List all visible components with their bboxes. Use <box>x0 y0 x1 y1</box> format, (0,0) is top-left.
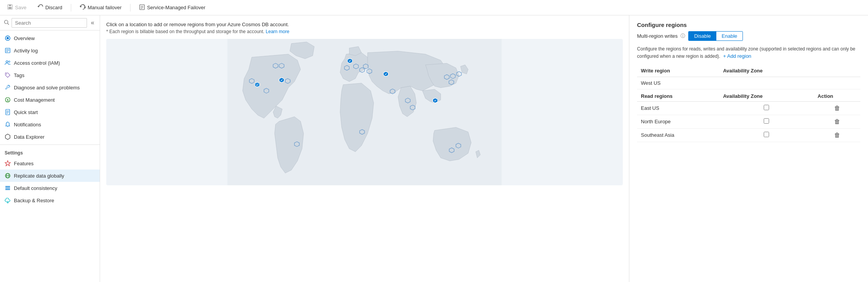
toolbar-separator-1 <box>71 4 71 12</box>
discard-icon <box>37 4 43 11</box>
lines-icon <box>5 185 11 191</box>
sidebar-item-quick-start[interactable]: Quick start <box>0 106 100 118</box>
doc-icon <box>5 109 11 115</box>
svg-line-8 <box>7 23 9 25</box>
toolbar-separator-2 <box>130 4 130 12</box>
sidebar-item-tags[interactable]: Tags <box>0 69 100 81</box>
read-region-north-europe-name: North Europe <box>637 115 719 128</box>
sidebar-item-label: Features <box>14 161 33 166</box>
read-az-col-header: Availability Zone <box>719 89 814 101</box>
north-europe-delete-button[interactable]: 🗑 <box>834 118 840 125</box>
write-region-col-header: Write region <box>637 65 719 77</box>
east-us-az-checkbox[interactable] <box>764 105 769 110</box>
search-input[interactable] <box>12 18 87 28</box>
read-region-southeast-asia-az[interactable] <box>719 128 814 142</box>
disable-toggle-button[interactable]: Disable <box>689 32 716 40</box>
svg-rect-1 <box>9 5 11 6</box>
sidebar-item-overview[interactable]: Overview <box>0 32 100 44</box>
sidebar-item-label: Replicate data globally <box>14 173 64 179</box>
sidebar-item-diagnose[interactable]: Diagnose and solve problems <box>0 81 100 94</box>
settings-section-label: Settings <box>0 146 100 157</box>
config-description: Configure the regions for reads, writes … <box>637 45 860 60</box>
north-europe-az-checkbox[interactable] <box>764 118 769 124</box>
add-region-link[interactable]: + Add region <box>723 53 751 59</box>
info-icon[interactable]: ⓘ <box>681 33 685 39</box>
action-col-header: Action <box>814 89 860 101</box>
sidebar-item-notifications[interactable]: Notifications <box>0 118 100 131</box>
world-map-svg <box>106 39 623 185</box>
collapse-sidebar-button[interactable]: « <box>89 18 96 28</box>
svg-point-15 <box>6 61 8 63</box>
search-box: « <box>0 15 100 30</box>
service-managed-failover-icon <box>139 4 145 11</box>
enable-toggle-button[interactable]: Enable <box>716 32 743 40</box>
southeast-asia-delete-button[interactable]: 🗑 <box>834 132 840 139</box>
sidebar-item-label: Activity log <box>14 48 38 54</box>
nav-divider <box>0 144 100 145</box>
multi-region-row: Multi-region writes ⓘ Disable Enable <box>637 31 860 41</box>
save-icon <box>7 4 13 11</box>
sidebar-item-label: Default consistency <box>14 185 57 191</box>
north-europe-action-cell: 🗑 <box>814 115 860 128</box>
save-label: Save <box>15 5 27 10</box>
region-central-us <box>383 72 388 77</box>
manual-failover-icon <box>80 4 86 11</box>
svg-point-10 <box>7 37 9 39</box>
region-east-us <box>279 78 284 83</box>
sidebar-item-access-control[interactable]: Access control (IAM) <box>0 57 100 69</box>
bell-icon <box>5 121 11 128</box>
southeast-asia-action-cell: 🗑 <box>814 128 860 142</box>
read-regions-col-header: Read regions <box>637 89 719 101</box>
sidebar-item-label: Access control (IAM) <box>14 60 60 66</box>
svg-marker-25 <box>5 134 10 139</box>
east-us-delete-button[interactable]: 🗑 <box>834 105 840 112</box>
regions-table: Write region Availability Zone West US R… <box>637 65 860 142</box>
main-layout: « Overview Activity log <box>0 15 868 282</box>
content-area: Click on a location to add or remove reg… <box>100 15 868 282</box>
southeast-asia-az-checkbox[interactable] <box>764 132 769 137</box>
east-us-action-cell: 🗑 <box>814 101 860 115</box>
read-region-north-europe-az[interactable] <box>719 115 814 128</box>
list-icon <box>5 47 11 54</box>
globe-icon <box>5 173 11 179</box>
map-description: Click on a location to add or remove reg… <box>106 22 623 27</box>
sidebar-item-replicate-data[interactable]: Replicate data globally <box>0 170 100 182</box>
discard-label: Discard <box>45 5 62 10</box>
learn-more-link[interactable]: Learn more <box>266 29 289 34</box>
sidebar-item-cost-management[interactable]: $ Cost Management <box>0 94 100 106</box>
write-region-name: West US <box>637 77 719 89</box>
service-managed-failover-button[interactable]: Service-Managed Failover <box>137 3 208 12</box>
service-managed-failover-label: Service-Managed Failover <box>147 5 206 10</box>
sidebar-item-label: Cost Management <box>14 97 55 103</box>
manual-failover-button[interactable]: Manual failover <box>77 3 124 12</box>
search-icon <box>4 20 9 26</box>
read-region-row-north-europe: North Europe 🗑 <box>637 115 860 128</box>
sidebar-item-label: Notifications <box>14 122 41 128</box>
map-panel: Click on a location to add or remove reg… <box>100 15 629 282</box>
sidebar-item-features[interactable]: Features <box>0 157 100 170</box>
write-region-header-row: Write region Availability Zone <box>637 65 860 77</box>
sidebar-item-activity-log[interactable]: Activity log <box>0 44 100 57</box>
region-southeast-asia <box>433 98 438 103</box>
sidebar: « Overview Activity log <box>0 15 100 282</box>
discard-button[interactable]: Discard <box>35 3 65 12</box>
world-map-container[interactable] <box>106 39 623 185</box>
sidebar-item-default-consistency[interactable]: Default consistency <box>0 182 100 194</box>
write-region-row: West US <box>637 77 860 89</box>
cost-icon: $ <box>5 97 11 103</box>
save-button[interactable]: Save <box>5 3 29 12</box>
sidebar-item-backup-restore[interactable]: Backup & Restore <box>0 194 100 206</box>
svg-marker-26 <box>5 161 10 166</box>
toggle-group: Disable Enable <box>688 31 743 41</box>
read-region-east-us-az[interactable] <box>719 101 814 115</box>
star-icon <box>5 160 11 166</box>
wrench-icon <box>5 84 11 91</box>
multi-region-label: Multi-region writes <box>637 33 677 39</box>
sidebar-item-data-explorer[interactable]: Data Explorer <box>0 131 100 143</box>
sidebar-item-label: Tags <box>14 72 24 78</box>
svg-point-16 <box>8 61 10 62</box>
hex-icon <box>5 134 11 140</box>
read-region-east-us-name: East US <box>637 101 719 115</box>
map-note: * Each region is billable based on the t… <box>106 29 623 34</box>
read-region-row-east-us: East US 🗑 <box>637 101 860 115</box>
